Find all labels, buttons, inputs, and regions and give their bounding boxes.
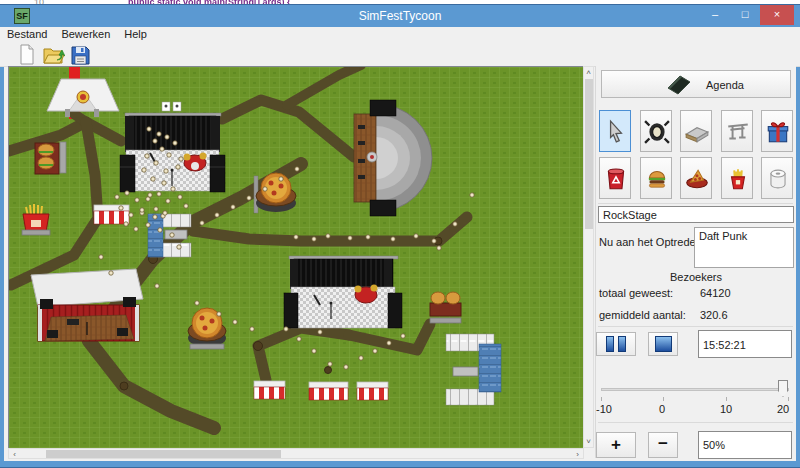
fries-tool-button[interactable]: [721, 157, 753, 199]
visitor-dot: [328, 362, 332, 366]
window-controls: – □ ×: [700, 5, 794, 27]
zoom-level-input[interactable]: [698, 431, 792, 459]
slider-tick-label: 20: [777, 403, 789, 415]
gift-tool-button[interactable]: [761, 110, 793, 152]
burger-tool-button[interactable]: [640, 157, 672, 199]
speed-slider-thumb[interactable]: [778, 380, 788, 397]
visitor-dot: [146, 223, 150, 227]
vertical-scroll-thumb[interactable]: [585, 79, 593, 229]
visitor-dot: [142, 168, 146, 172]
menu-item-bestand[interactable]: Bestand: [0, 27, 54, 41]
striped-stand-a[interactable]: [94, 205, 129, 224]
trash-tool-button[interactable]: [599, 157, 631, 199]
visitor-dot: [348, 236, 352, 240]
visitor-dot: [155, 284, 159, 288]
visitor-dot: [170, 233, 174, 237]
visitor-dot: [167, 153, 171, 157]
visitor-dot: [163, 211, 167, 215]
zoom-out-button[interactable]: −: [648, 432, 678, 458]
visitor-dot: [160, 147, 164, 151]
slider-tick: [726, 397, 727, 401]
barrier-containers-right[interactable]: [446, 334, 501, 405]
barn-stage[interactable]: [31, 269, 143, 341]
visitor-dot: [177, 245, 181, 249]
visitor-dot: [171, 187, 175, 191]
visitor-dot: [312, 349, 316, 353]
visitor-dot: [312, 237, 316, 241]
close-button[interactable]: ×: [760, 5, 794, 25]
visitor-dot: [129, 213, 133, 217]
visitor-dot: [115, 195, 119, 199]
new-file-button[interactable]: [17, 44, 39, 65]
save-file-button[interactable]: [70, 44, 92, 65]
visitor-dot: [157, 132, 161, 136]
scroll-left-icon[interactable]: ‹: [9, 449, 20, 458]
maximize-button[interactable]: □: [730, 5, 760, 25]
main-stage[interactable]: [120, 102, 225, 192]
striped-stand-c[interactable]: [309, 382, 348, 400]
menu-item-bewerken[interactable]: Bewerken: [54, 27, 117, 41]
visitor-dot: [134, 227, 138, 231]
agenda-button[interactable]: Agenda: [601, 70, 791, 98]
spotlight-tool-button[interactable]: [640, 110, 672, 152]
stage-tool-button[interactable]: [721, 110, 753, 152]
minimize-button[interactable]: –: [700, 5, 730, 25]
visitor-dot: [135, 198, 139, 202]
slider-tick: [788, 397, 789, 401]
striped-stand-b[interactable]: [254, 381, 285, 399]
visitor-dot: [366, 235, 370, 239]
section-divider: [598, 203, 793, 204]
now-playing-box: Daft Punk: [694, 227, 794, 268]
toilet-tool-button[interactable]: [761, 157, 793, 199]
title-bar[interactable]: SF SimFestTycoon – □ ×: [0, 5, 800, 27]
visitor-dot: [153, 139, 157, 143]
map-horizontal-scrollbar[interactable]: ‹ ›: [8, 448, 584, 459]
pause-button[interactable]: [596, 332, 636, 356]
scroll-right-icon[interactable]: ›: [572, 449, 583, 458]
zoom-in-button[interactable]: +: [596, 432, 636, 458]
visitor-dot: [387, 341, 391, 345]
striped-stand-d[interactable]: [357, 382, 388, 400]
visitor-dot: [279, 177, 283, 181]
visitor-dot: [453, 222, 457, 226]
map-vertical-scrollbar[interactable]: ˄ ˅: [583, 66, 594, 448]
visitor-dot: [294, 235, 298, 239]
path-junction-mound: [254, 342, 263, 351]
visitor-dot: [165, 135, 169, 139]
path-junction-mound: [120, 382, 128, 390]
stat-label: totaal geweest:: [599, 287, 673, 299]
app-window: SF SimFestTycoon – □ × BestandBewerkenHe…: [0, 5, 800, 467]
horizontal-scroll-thumb[interactable]: [46, 450, 281, 458]
visitor-dot: [154, 161, 158, 165]
menu-item-help[interactable]: Help: [117, 27, 154, 41]
visitor-dot: [432, 239, 436, 243]
open-file-button[interactable]: [43, 44, 65, 65]
pizza-tool-button[interactable]: [680, 157, 712, 199]
scroll-down-icon[interactable]: ˅: [584, 436, 593, 447]
second-stage[interactable]: [284, 256, 402, 328]
visitor-dot: [148, 193, 152, 197]
visitor-dot: [297, 337, 301, 341]
visitor-dot: [373, 349, 377, 353]
path-tool-button[interactable]: [680, 110, 712, 152]
visitor-dot: [344, 365, 348, 369]
stop-button[interactable]: [648, 332, 678, 356]
now-playing-label: Nu aan het Optreden:: [599, 236, 705, 248]
scroll-up-icon[interactable]: ˄: [584, 67, 593, 78]
map-viewport[interactable]: [8, 66, 584, 448]
burger-stand-1[interactable]: [35, 142, 66, 174]
visitor-dot: [124, 222, 128, 226]
visitor-dot: [173, 141, 177, 145]
sidebar: Agenda Nu aan het Optreden: Daft Punk Be…: [595, 66, 796, 458]
screen: 10 public static void main(String[] args…: [0, 0, 800, 468]
visitor-dot: [470, 193, 474, 197]
stage-name-input[interactable]: [598, 206, 794, 223]
select-tool-button[interactable]: [599, 110, 631, 152]
visitor-dot: [145, 154, 149, 158]
slider-tick: [663, 397, 664, 401]
menu-bar: BestandBewerkenHelp: [0, 27, 800, 43]
slider-tick-label: 10: [720, 403, 732, 415]
visitor-dot: [178, 195, 182, 199]
section-divider: [598, 422, 793, 423]
speed-slider-track[interactable]: [601, 388, 789, 391]
